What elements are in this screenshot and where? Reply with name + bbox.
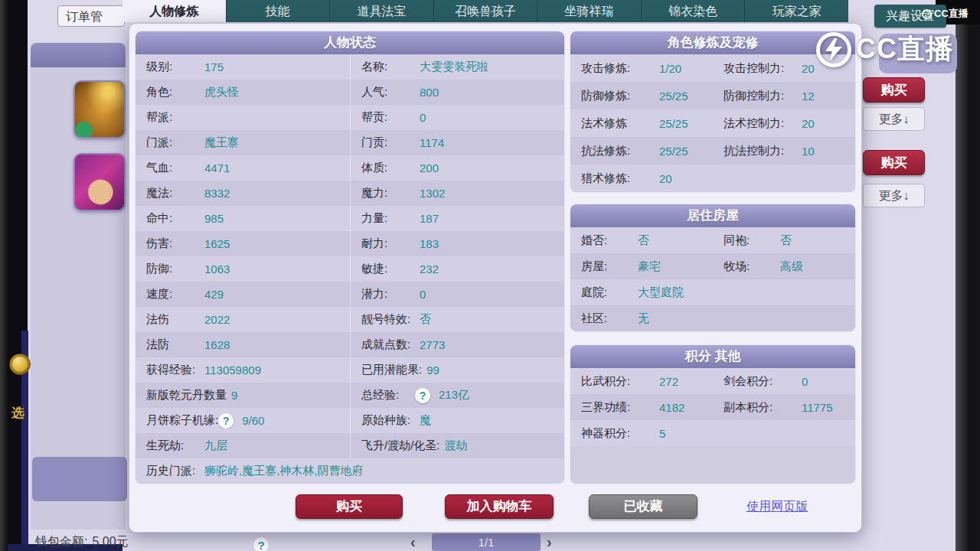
tab-pets-children[interactable]: 召唤兽孩子 [433,0,537,22]
page-prev-icon[interactable]: ‹ [410,533,416,551]
points-panel: 积分 其他 比武积分:272剑会积分:0三界功绩:4182副本积分:11775神… [570,345,855,484]
page-indicator[interactable]: 1/1 [432,533,541,551]
stat-cell: 级别:175 [136,60,350,74]
stat-value: 20 [802,62,815,75]
stat-row: 三界功绩:4182副本积分:11775 [570,394,855,420]
stat-label: 房屋: [581,259,633,274]
stat-label: 防御控制力: [724,89,797,103]
page-next-icon[interactable]: › [547,533,552,551]
list-more-button-2[interactable]: 更多↓ [863,184,925,207]
stat-label: 副本积分: [724,400,797,415]
stat-value: 800 [420,86,439,99]
stat-cell: 神器积分:5 [570,426,855,441]
stat-cell: 角色:虎头怪 [136,85,350,99]
stat-value: 1174 [420,136,444,149]
stat-label: 人气: [361,85,415,99]
list-buy-button-1[interactable]: 购买 [863,77,925,103]
cc-live-watermark: CC直播 [816,31,954,68]
stat-row: 历史门派:狮驼岭,魔王寨,神木林,阴曹地府 [136,458,564,484]
stat-value: 渡劫 [445,439,468,453]
stat-label: 攻击修炼: [581,61,655,76]
tab-player-home[interactable]: 玩家之家 [744,0,848,22]
right-dark-strip [956,0,980,551]
stat-value: 183 [420,237,439,250]
stat-label: 级别: [146,60,200,74]
stat-cell: 原始种族:魔 [350,408,564,433]
stat-value: 1063 [204,262,230,276]
stat-row: 攻击修炼:1/20攻击控制力:20 [570,54,855,82]
list-header-bar [31,43,126,67]
stat-value: 1302 [420,187,445,200]
stat-row: 新版乾元丹数量9总经验:?213亿 [136,383,564,408]
stat-label: 庭院: [581,285,633,300]
stat-value: 10 [802,145,815,158]
stat-row: 法防1628成就点数:2773 [136,332,564,357]
stat-row: 帮派:帮贡:0 [136,105,564,130]
stat-row: 月饼粽子机缘:?9/60原始种族:魔 [136,408,564,433]
tab-mounts[interactable]: 坐骑祥瑞 [537,0,641,22]
stat-row: 神器积分:5 [570,420,855,446]
buy-button[interactable]: 购买 [296,494,403,519]
stat-label: 社区: [581,311,633,326]
stat-value: 1/20 [659,62,681,75]
stat-label: 名称: [361,60,415,74]
tab-character-cultivation[interactable]: 人物修炼 [122,0,226,22]
stat-cell: 名称:大雯雯装死啦 [350,54,564,80]
wallet-amount: 钱包金额:5.00元 [35,534,129,550]
side-glyph: 选 [11,404,24,422]
tab-skills[interactable]: 技能 [226,0,330,22]
tab-outfits[interactable]: 锦衣染色 [641,0,745,22]
stat-label: 生死劫: [146,439,200,453]
stat-label: 角色: [146,85,200,99]
add-to-cart-button[interactable]: 加入购物车 [445,494,554,519]
stat-cell: 社区:无 [570,311,855,326]
stat-label: 法术控制力: [724,116,797,131]
stat-label: 魔力: [361,186,415,201]
stat-value: 0 [802,375,808,388]
tab-bar: 人物修炼 技能 道具法宝 召唤兽孩子 坐骑祥瑞 锦衣染色 玩家之家 [122,0,848,22]
stat-row: 速度:429潜力:0 [136,282,564,307]
stat-cell: 生死劫:九层 [136,439,350,453]
stat-row: 法伤2022靓号特效:否 [136,307,564,332]
stat-label: 新版乾元丹数量 [146,388,227,403]
stat-cell: 魔法:8332 [136,186,350,201]
stat-value: 20 [802,117,815,130]
stat-cell: 门派:魔王寨 [136,135,350,150]
stat-label: 潜力: [361,287,415,302]
stat-value: 九层 [204,439,227,453]
stat-value: 99 [426,364,439,377]
points-rows: 比武积分:272剑会积分:0三界功绩:4182副本积分:11775神器积分:5 [570,368,855,446]
avatar-purple-hair-character[interactable] [74,153,126,211]
stat-cell: 同袍:否 [713,233,855,248]
stat-label: 法伤 [146,312,200,327]
stat-label: 同袍: [724,233,776,248]
screen: 选 订单管 人物修炼 技能 道具法宝 召唤兽孩子 坐骑祥瑞 锦衣染色 玩家之家 … [0,0,980,551]
stat-cell: 月饼粽子机缘:?9/60 [136,413,350,429]
list-more-button-1[interactable]: 更多↓ [863,107,925,131]
stat-value: 200 [420,161,439,174]
stat-cell: 潜力:0 [350,282,564,307]
stat-value: 4182 [659,401,684,414]
stat-label: 伤害: [146,236,200,251]
stat-cell: 帮派: [136,110,350,125]
stat-value: 175 [204,60,224,73]
stat-label: 防御: [146,262,200,276]
stat-label: 已用潜能果: [361,363,422,377]
help-icon[interactable]: ? [415,388,430,403]
order-management-button[interactable]: 订单管 [57,5,125,27]
stat-cell: 历史门派:狮驼岭,魔王寨,神木林,阴曹地府 [136,464,564,478]
web-version-link[interactable]: 使用网页版 [746,499,808,515]
stat-label: 命中: [146,211,200,226]
list-buy-button-2[interactable]: 购买 [863,150,925,175]
stat-cell: 靓号特效:否 [350,307,564,332]
help-icon[interactable]: ? [218,413,234,429]
avatar-tiger-character[interactable] [74,80,126,139]
help-icon[interactable]: ? [253,536,270,551]
stat-value: 9 [231,389,237,402]
stat-value: 否 [420,312,431,327]
favorited-button[interactable]: 已收藏 [589,494,697,519]
stat-value: 25/25 [659,90,688,103]
left-edge-strip [0,0,8,551]
tab-items[interactable]: 道具法宝 [329,0,433,22]
stat-value: 11775 [802,401,833,414]
